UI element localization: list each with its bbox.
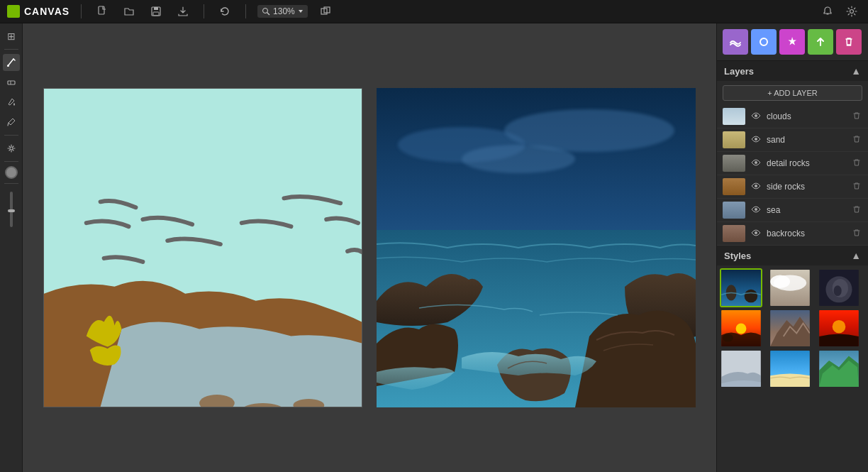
eraser-tool-button[interactable] (3, 74, 20, 91)
layers-list: clouds sand (717, 105, 868, 246)
header-divider2 (204, 4, 204, 18)
new-file-button[interactable] (93, 4, 111, 18)
layer-delete-detail-rocks[interactable] (851, 157, 862, 170)
slider-track[interactable] (10, 192, 13, 227)
style-thumbnail-7[interactable] (720, 349, 762, 388)
styles-grid (717, 265, 868, 391)
style-thumbnail-6[interactable] (818, 309, 860, 348)
drawing-canvas[interactable] (43, 88, 362, 407)
style-mode-1-button[interactable] (723, 29, 748, 55)
toolbar-separator (4, 49, 18, 50)
layer-thumbnail-side-rocks (723, 178, 745, 195)
style-thumbnail-inner-3 (819, 270, 859, 306)
style-thumbnail-9[interactable] (818, 349, 860, 388)
svg-point-4 (263, 9, 268, 13)
layer-delete-clouds[interactable] (851, 110, 862, 124)
layer-visibility-side-rocks[interactable] (750, 180, 762, 193)
layer-thumbnail-sea (723, 202, 745, 219)
styles-title: Styles (724, 251, 751, 261)
layers-toggle-button[interactable]: ▲ (851, 65, 861, 77)
color-picker[interactable] (5, 166, 18, 179)
style-thumbnail-2[interactable] (769, 268, 811, 307)
layer-delete-sand[interactable] (851, 133, 862, 147)
layer-item-sea[interactable]: sea (717, 199, 868, 222)
layer-name-sea: sea (767, 205, 847, 215)
style-thumbnail-4[interactable] (720, 309, 762, 348)
svg-point-46 (833, 320, 846, 334)
style-thumbnail-inner-2 (770, 270, 810, 306)
layer-item-side-rocks[interactable]: side rocks (717, 175, 868, 199)
style-mode-2-button[interactable] (751, 29, 777, 55)
styles-section: Styles ▲ (717, 246, 868, 472)
notifications-button[interactable] (818, 4, 837, 18)
style-mode-3-button[interactable] (779, 29, 805, 55)
style-thumbnail-3[interactable] (818, 268, 860, 307)
layer-thumbnail-sand (723, 131, 745, 148)
toolbar-separator4 (4, 183, 18, 184)
style-thumbnail-8[interactable] (769, 349, 811, 388)
fill-tool-button[interactable] (3, 94, 20, 111)
app-title: CANVAS (24, 6, 69, 17)
layer-thumbnail-detail-rocks (723, 155, 745, 172)
style-thumbnail-inner-9 (819, 351, 859, 387)
layer-visibility-backrocks[interactable] (750, 227, 762, 240)
style-thumbnail-inner-1 (721, 270, 761, 306)
add-layer-button[interactable]: + ADD LAYER (723, 85, 862, 101)
svg-point-13 (10, 147, 13, 150)
svg-point-25 (755, 114, 757, 117)
svg-rect-0 (99, 6, 104, 14)
right-panel: Layers ▲ + ADD LAYER clouds (716, 23, 868, 472)
svg-point-33 (745, 290, 758, 303)
slider-thumb (8, 209, 15, 212)
style-mode-5-button[interactable] (836, 29, 862, 55)
zoom-control[interactable]: 130% (257, 5, 308, 18)
svg-point-9 (7, 65, 9, 67)
layer-visibility-detail-rocks[interactable] (750, 157, 762, 170)
svg-point-36 (770, 275, 790, 288)
layer-thumbnail-clouds (723, 108, 745, 125)
main-area: ⊞ (0, 23, 868, 472)
style-thumbnail-1[interactable] (720, 268, 762, 307)
canvas-size-button[interactable] (316, 4, 335, 18)
layer-visibility-sand[interactable] (750, 133, 762, 146)
layer-delete-backrocks[interactable] (851, 227, 862, 241)
brush-tool-button[interactable] (3, 54, 20, 71)
save-button[interactable] (147, 4, 165, 18)
layer-name-detail-rocks: detail rocks (767, 158, 847, 168)
settings-button[interactable] (842, 4, 861, 18)
style-thumbnail-5[interactable] (769, 309, 811, 348)
layer-item-sand[interactable]: sand (717, 128, 868, 152)
svg-rect-3 (153, 12, 159, 16)
undo-button[interactable] (216, 4, 234, 18)
styles-toggle-button[interactable]: ▲ (851, 250, 861, 261)
layer-item-detail-rocks[interactable]: detail rocks (717, 152, 868, 175)
layer-visibility-sea[interactable] (750, 204, 762, 216)
svg-point-27 (755, 161, 757, 164)
brush-size-slider[interactable] (10, 188, 13, 231)
svg-point-24 (760, 38, 767, 45)
grid-tool-button[interactable]: ⊞ (3, 28, 20, 45)
layer-delete-side-rocks[interactable] (851, 180, 862, 194)
style-mode-4-button[interactable] (808, 29, 833, 55)
svg-point-22 (462, 145, 575, 173)
layer-item-backrocks[interactable]: backrocks (717, 222, 868, 246)
header-divider3 (245, 4, 246, 18)
layer-visibility-clouds[interactable] (750, 110, 762, 123)
layer-name-clouds: clouds (767, 111, 847, 121)
layer-item-clouds[interactable]: clouds (717, 105, 868, 128)
export-button[interactable] (174, 4, 192, 18)
svg-point-40 (834, 285, 842, 296)
svg-line-5 (267, 13, 270, 16)
header-actions (818, 4, 861, 18)
eyedropper-tool-button[interactable] (3, 114, 20, 131)
layer-thumbnail-backrocks (723, 225, 745, 242)
open-file-button[interactable] (120, 4, 138, 18)
layer-name-sand: sand (767, 135, 847, 145)
nvidia-icon (7, 5, 20, 18)
pan-tool-button[interactable] (3, 140, 20, 157)
layer-delete-sea[interactable] (851, 204, 862, 217)
layer-name-side-rocks: side rocks (767, 182, 847, 192)
app-header: CANVAS 130% (0, 0, 868, 23)
style-thumbnail-inner-5 (770, 310, 810, 346)
layers-section-header: Layers ▲ (717, 61, 868, 81)
